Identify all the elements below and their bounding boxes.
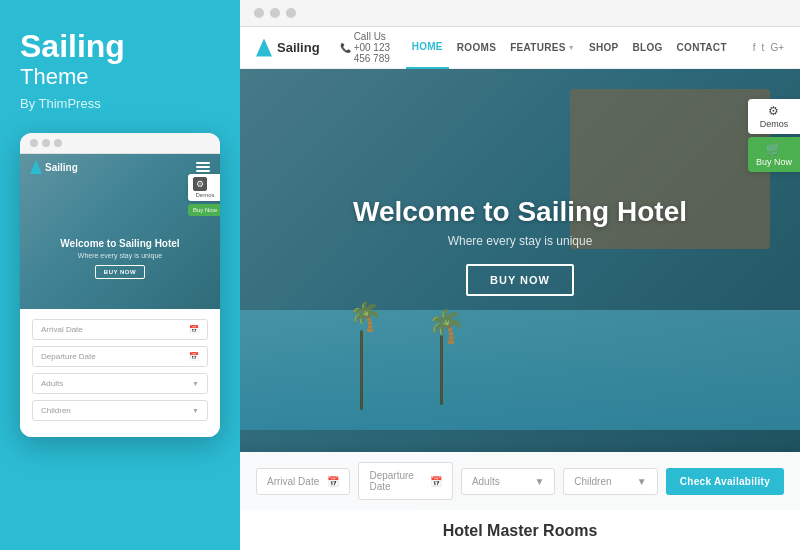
twitter-icon[interactable]: t xyxy=(762,42,765,53)
arrival-date-field[interactable]: Arrival Date 📅 xyxy=(32,319,208,340)
mockup-badge-demos[interactable]: ⚙ Demos xyxy=(188,174,220,201)
mockup-badges: ⚙ Demos Buy Now xyxy=(188,174,220,216)
calendar-icon2: 📅 xyxy=(189,352,199,361)
nav-link-home[interactable]: HOME xyxy=(406,27,449,69)
booking-bar: Arrival Date 📅 Departure Date 📅 Adults ▼… xyxy=(240,452,800,510)
departure-date-input[interactable]: Departure Date 📅 xyxy=(358,462,452,500)
dot-red xyxy=(30,139,38,147)
mockup-badge-buy[interactable]: Buy Now xyxy=(188,204,220,216)
mockup-hero-content: Welcome to Sailing Hotel Where every sta… xyxy=(20,237,220,279)
dot-yellow xyxy=(42,139,50,147)
hero-subtitle: Where every stay is unique xyxy=(448,234,593,248)
adults-select[interactable]: Adults ▼ xyxy=(32,373,208,394)
calendar-icon: 📅 xyxy=(189,325,199,334)
browser-dot-green xyxy=(286,8,296,18)
site-hero: Welcome to Sailing Hotel Where every sta… xyxy=(240,69,800,510)
site-logo-text: Sailing xyxy=(277,40,320,55)
arrival-date-input[interactable]: Arrival Date 📅 xyxy=(256,468,350,495)
hero-cta-button[interactable]: BUY NOW xyxy=(466,264,574,296)
children-select[interactable]: Children ▼ xyxy=(32,400,208,421)
check-availability-button[interactable]: Check Availability xyxy=(666,468,784,495)
mockup-hero-title: Welcome to Sailing Hotel xyxy=(20,237,220,250)
children-dropdown[interactable]: Children ▼ xyxy=(563,468,657,495)
mockup-logo-icon xyxy=(30,160,42,174)
chevron-down-icon4: ▼ xyxy=(534,476,544,487)
site-nav-links: HOME ROOMS FEATURES ▼ SHOP BLOG xyxy=(406,27,733,69)
facebook-icon[interactable]: f xyxy=(753,42,756,53)
mockup-logo: Sailing xyxy=(30,160,78,174)
site-logo: Sailing xyxy=(256,39,320,57)
nav-link-blog[interactable]: BLOG xyxy=(626,27,668,69)
gear-icon: ⚙ xyxy=(193,177,207,191)
chevron-down-icon5: ▼ xyxy=(637,476,647,487)
calendar-icon3: 📅 xyxy=(327,476,339,487)
chevron-down-icon3: ▼ xyxy=(568,44,575,51)
cart-icon: 🛒 xyxy=(766,142,781,156)
mockup-cta-button[interactable]: BUY NOW xyxy=(95,265,145,279)
left-panel: Sailing Theme By ThimPress Sailing xyxy=(0,0,240,550)
nav-link-features[interactable]: FEATURES ▼ xyxy=(504,27,581,69)
googleplus-icon[interactable]: G+ xyxy=(770,42,784,53)
site-nav: Sailing 📞 Call Us +00 123 456 789 HOME R… xyxy=(240,27,800,69)
chevron-down-icon2: ▼ xyxy=(192,407,199,414)
site-badges: ⚙ Demos 🛒 Buy Now xyxy=(748,99,800,172)
hero-title: Welcome to Sailing Hotel xyxy=(353,195,687,229)
browser-dot-red xyxy=(254,8,264,18)
buy-badge[interactable]: 🛒 Buy Now xyxy=(748,137,800,172)
departure-date-field[interactable]: Departure Date 📅 xyxy=(32,346,208,367)
browser-titlebar xyxy=(240,0,800,27)
chevron-down-icon: ▼ xyxy=(192,380,199,387)
brand-by: By ThimPress xyxy=(20,96,101,111)
mockup-logo-text: Sailing xyxy=(45,162,78,173)
hotel-rooms-title: Hotel Master Rooms xyxy=(256,522,784,540)
mockup-titlebar xyxy=(20,133,220,154)
phone-icon: 📞 xyxy=(340,43,351,53)
mockup-form: Arrival Date 📅 Departure Date 📅 Adults ▼… xyxy=(20,309,220,437)
mobile-mockup: Sailing Welcome to Sailing Hotel Where e… xyxy=(20,133,220,437)
site-social: f t G+ xyxy=(753,42,784,53)
hamburger-icon[interactable] xyxy=(196,162,210,172)
nav-link-contact[interactable]: CONTACT xyxy=(671,27,733,69)
adults-dropdown[interactable]: Adults ▼ xyxy=(461,468,555,495)
browser-mockup: Sailing 📞 Call Us +00 123 456 789 HOME R… xyxy=(240,0,800,550)
nav-link-shop[interactable]: SHOP xyxy=(583,27,625,69)
browser-dot-yellow xyxy=(270,8,280,18)
site-logo-icon xyxy=(256,39,272,57)
right-panel: Sailing 📞 Call Us +00 123 456 789 HOME R… xyxy=(240,0,800,550)
site-phone: 📞 Call Us +00 123 456 789 xyxy=(340,31,394,64)
mockup-hero-sub: Where every stay is unique xyxy=(20,252,220,259)
brand-title: Sailing xyxy=(20,30,125,62)
hotel-rooms-section: Hotel Master Rooms xyxy=(240,510,800,550)
gear-icon2: ⚙ xyxy=(768,104,779,118)
website: Sailing 📞 Call Us +00 123 456 789 HOME R… xyxy=(240,27,800,550)
demos-badge[interactable]: ⚙ Demos xyxy=(748,99,800,134)
mockup-hero: Sailing Welcome to Sailing Hotel Where e… xyxy=(20,154,220,309)
calendar-icon4: 📅 xyxy=(430,476,442,487)
nav-link-rooms[interactable]: ROOMS xyxy=(451,27,502,69)
dot-green xyxy=(54,139,62,147)
brand-subtitle: Theme xyxy=(20,64,88,90)
hero-content: Welcome to Sailing Hotel Where every sta… xyxy=(240,69,800,452)
